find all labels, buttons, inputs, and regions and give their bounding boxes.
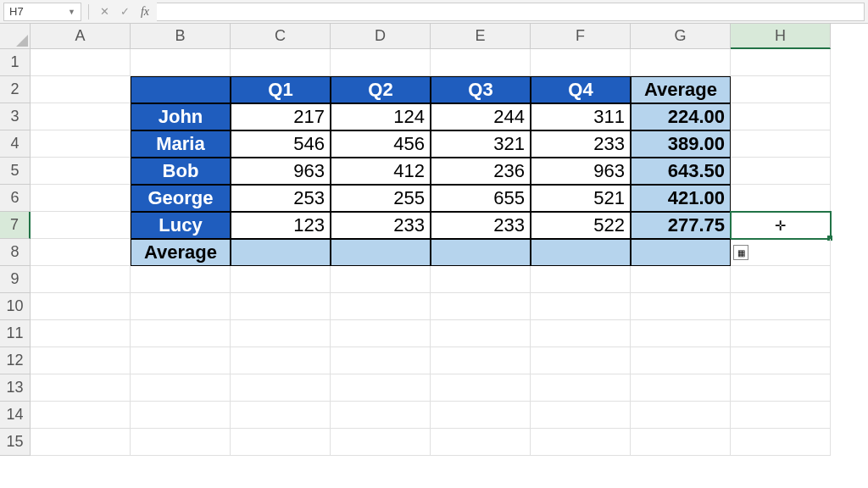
cell-H14[interactable]: [731, 402, 831, 429]
cell-C8[interactable]: [231, 239, 331, 266]
cell-D11[interactable]: [331, 320, 431, 347]
cell-A6[interactable]: [31, 185, 131, 212]
cell-A13[interactable]: [31, 374, 131, 402]
col-head-A[interactable]: A: [31, 24, 131, 49]
cell-F12[interactable]: [531, 347, 631, 374]
cell-F3[interactable]: 311: [531, 103, 631, 130]
cell-F5[interactable]: 963: [531, 158, 631, 185]
cell-D13[interactable]: [331, 374, 431, 402]
cell-B14[interactable]: [131, 402, 231, 429]
cell-D3[interactable]: 124: [331, 103, 431, 130]
cell-A12[interactable]: [31, 347, 131, 374]
col-head-D[interactable]: D: [331, 24, 431, 49]
cell-F9[interactable]: [531, 266, 631, 293]
cell-C11[interactable]: [231, 320, 331, 347]
cell-B5[interactable]: Bob: [131, 158, 231, 185]
cell-H15[interactable]: [731, 429, 831, 456]
row-head-13[interactable]: 13: [0, 374, 31, 402]
cell-C14[interactable]: [231, 402, 331, 429]
cell-E10[interactable]: [431, 293, 531, 320]
cell-C2[interactable]: Q1: [231, 76, 331, 103]
cell-F2[interactable]: Q4: [531, 76, 631, 103]
cell-F7[interactable]: 522: [531, 212, 631, 239]
cell-E11[interactable]: [431, 320, 531, 347]
cell-F15[interactable]: [531, 429, 631, 456]
cell-A10[interactable]: [31, 293, 131, 320]
select-all-corner[interactable]: [0, 24, 31, 49]
cell-G14[interactable]: [631, 402, 731, 429]
cell-G2[interactable]: Average: [631, 76, 731, 103]
cell-B8[interactable]: Average: [131, 239, 231, 266]
row-head-15[interactable]: 15: [0, 429, 31, 456]
cell-H12[interactable]: [731, 347, 831, 374]
cell-H3[interactable]: [731, 103, 831, 130]
cell-F13[interactable]: [531, 374, 631, 402]
cell-B2[interactable]: [131, 76, 231, 103]
cell-E5[interactable]: 236: [431, 158, 531, 185]
cell-C3[interactable]: 217: [231, 103, 331, 130]
cell-A4[interactable]: [31, 130, 131, 158]
cell-H2[interactable]: [731, 76, 831, 103]
cell-G8[interactable]: ▦: [631, 239, 731, 266]
cell-D10[interactable]: [331, 293, 431, 320]
cell-C9[interactable]: [231, 266, 331, 293]
cell-D5[interactable]: 412: [331, 158, 431, 185]
cell-H1[interactable]: [731, 49, 831, 76]
row-head-3[interactable]: 3: [0, 103, 31, 130]
cell-F1[interactable]: [531, 49, 631, 76]
cell-G15[interactable]: [631, 429, 731, 456]
name-box[interactable]: H7 ▼: [3, 3, 81, 21]
row-head-6[interactable]: 6: [0, 185, 31, 212]
cell-C13[interactable]: [231, 374, 331, 402]
cell-G4[interactable]: 389.00: [631, 130, 731, 158]
cell-D15[interactable]: [331, 429, 431, 456]
cell-G12[interactable]: [631, 347, 731, 374]
col-head-B[interactable]: B: [131, 24, 231, 49]
cell-H6[interactable]: [731, 185, 831, 212]
row-head-14[interactable]: 14: [0, 402, 31, 429]
cell-F4[interactable]: 233: [531, 130, 631, 158]
row-head-2[interactable]: 2: [0, 76, 31, 103]
cell-G6[interactable]: 421.00: [631, 185, 731, 212]
cell-C12[interactable]: [231, 347, 331, 374]
cell-F6[interactable]: 521: [531, 185, 631, 212]
cell-B11[interactable]: [131, 320, 231, 347]
cell-F8[interactable]: [531, 239, 631, 266]
cell-H4[interactable]: [731, 130, 831, 158]
cell-C4[interactable]: 546: [231, 130, 331, 158]
cell-G11[interactable]: [631, 320, 731, 347]
row-head-8[interactable]: 8: [0, 239, 31, 266]
cell-C5[interactable]: 963: [231, 158, 331, 185]
cell-G9[interactable]: [631, 266, 731, 293]
cell-B10[interactable]: [131, 293, 231, 320]
cell-C6[interactable]: 253: [231, 185, 331, 212]
row-head-12[interactable]: 12: [0, 347, 31, 374]
cell-A8[interactable]: [31, 239, 131, 266]
cell-A15[interactable]: [31, 429, 131, 456]
fx-icon[interactable]: fx: [136, 3, 153, 20]
cell-E14[interactable]: [431, 402, 531, 429]
cell-E7[interactable]: 233: [431, 212, 531, 239]
cell-B9[interactable]: [131, 266, 231, 293]
col-head-H[interactable]: H: [731, 24, 831, 49]
cell-G7[interactable]: 277.75: [631, 212, 731, 239]
cell-D9[interactable]: [331, 266, 431, 293]
cell-H9[interactable]: [731, 266, 831, 293]
cell-E4[interactable]: 321: [431, 130, 531, 158]
cell-E3[interactable]: 244: [431, 103, 531, 130]
col-head-G[interactable]: G: [631, 24, 731, 49]
cell-E6[interactable]: 655: [431, 185, 531, 212]
cell-A11[interactable]: [31, 320, 131, 347]
row-head-7[interactable]: 7: [0, 212, 31, 239]
cell-B12[interactable]: [131, 347, 231, 374]
cell-B7[interactable]: Lucy: [131, 212, 231, 239]
cell-B1[interactable]: [131, 49, 231, 76]
cell-C1[interactable]: [231, 49, 331, 76]
cell-F14[interactable]: [531, 402, 631, 429]
cell-F11[interactable]: [531, 320, 631, 347]
cell-A1[interactable]: [31, 49, 131, 76]
cell-A7[interactable]: [31, 212, 131, 239]
cell-E12[interactable]: [431, 347, 531, 374]
cell-C10[interactable]: [231, 293, 331, 320]
cell-H8[interactable]: [731, 239, 831, 266]
